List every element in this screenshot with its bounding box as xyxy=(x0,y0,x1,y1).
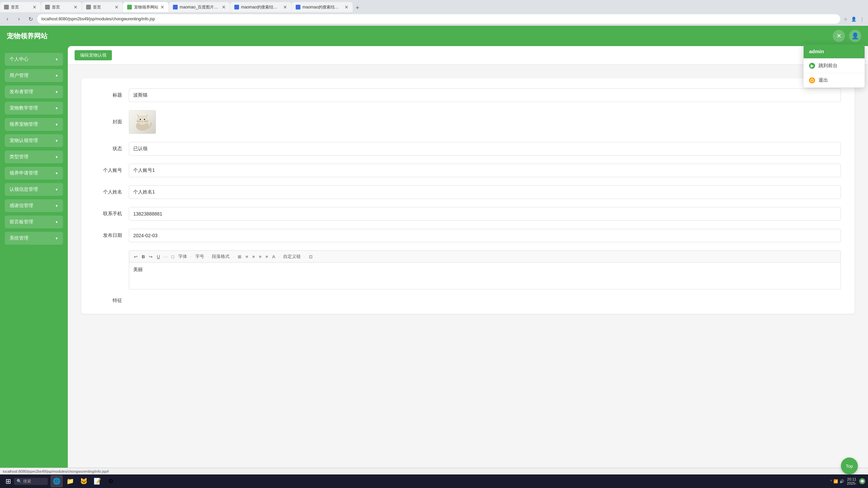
taskbar-file-icon[interactable]: 📁 xyxy=(64,475,76,487)
close-header-button[interactable]: ✕ xyxy=(833,30,845,42)
tab-close-icon[interactable]: ✕ xyxy=(33,4,37,10)
phone-input[interactable] xyxy=(129,207,841,221)
reload-button[interactable]: ↻ xyxy=(26,14,35,24)
profile-icon[interactable]: 👤 xyxy=(850,16,857,22)
tab-4-active[interactable]: 宠物领养网站 ✕ xyxy=(123,2,169,12)
top-button[interactable]: Top xyxy=(841,458,858,474)
tab-favicon xyxy=(127,5,132,9)
undo-button[interactable]: ↩ xyxy=(133,253,139,260)
system-tray: ^ 📶 🔊 xyxy=(830,479,844,484)
sidebar-item-claim-info[interactable]: 认领信息管理 ▼ xyxy=(5,183,63,196)
bold-button[interactable]: B xyxy=(140,253,146,260)
taskbar-app2-icon[interactable]: 📝 xyxy=(91,475,103,487)
taskbar-app1-icon[interactable]: 🐱 xyxy=(78,475,90,487)
date-input[interactable] xyxy=(129,229,841,242)
sidebar-label-adopt-pets: 领养宠物管理 xyxy=(9,121,38,127)
align-center-button[interactable]: ≡ xyxy=(251,253,256,260)
forward-button[interactable]: › xyxy=(14,14,24,24)
notification-button[interactable]: 💬 xyxy=(859,478,865,484)
chevron-down-icon: ▼ xyxy=(55,155,58,159)
page-wrapper: 宠物领养网站 ✕ 👤 admin ▶ 跳到前台 ⏻ 退出 个人中心 ▼ xyxy=(0,26,868,488)
custom-link-button[interactable]: 自定义链 xyxy=(282,253,302,260)
sidebar-item-thanks[interactable]: 感谢信管理 ▼ xyxy=(5,199,63,212)
logout-label: 退出 xyxy=(818,77,828,83)
title-label: 标题 xyxy=(95,92,122,98)
table2-button[interactable]: ⊞ xyxy=(236,253,243,260)
cat-image xyxy=(129,110,156,134)
bookmark-icon[interactable]: ☆ xyxy=(842,16,849,22)
tab-3[interactable]: 首页 ✕ xyxy=(82,2,123,12)
edit-pet-claim-button[interactable]: 编辑宠物认领 xyxy=(75,50,112,60)
tab-close-icon[interactable]: ✕ xyxy=(115,4,119,10)
align-left-button[interactable]: ≡ xyxy=(244,253,250,260)
clock-date: 2025- xyxy=(847,481,856,485)
taskbar: ⊞ 🔍 搜索 🌐 📁 🐱 📝 ⚙ ^ 📶 🔊 20:11 2025- � xyxy=(0,474,868,488)
chevron-down-icon: ▼ xyxy=(55,106,58,110)
back-button[interactable]: ‹ xyxy=(3,14,12,24)
form-row-title: 标题 xyxy=(95,88,841,102)
goto-frontend-item[interactable]: ▶ 跳到前台 xyxy=(804,58,865,73)
font-family-button[interactable]: 字体 xyxy=(177,253,189,260)
tab-close-icon[interactable]: ✕ xyxy=(344,4,349,10)
sidebar-item-pet-teaching[interactable]: 宠物教学管理 ▼ xyxy=(5,102,63,115)
align-right-button[interactable]: ≡ xyxy=(258,253,263,260)
fullscreen-button[interactable]: ⊡ xyxy=(308,253,314,260)
logout-item[interactable]: ⏻ 退出 xyxy=(804,73,865,87)
editor-body[interactable]: 美丽 xyxy=(129,262,841,289)
site-header: 宠物领养网站 ✕ 👤 admin ▶ 跳到前台 ⏻ 退出 xyxy=(0,26,868,46)
font-size-button[interactable]: 字号 xyxy=(194,253,205,260)
account-input[interactable] xyxy=(129,164,841,177)
address-box[interactable]: localhost:8080/jspm2bs49/jsp/modules/cho… xyxy=(37,14,840,24)
new-tab-button[interactable]: + xyxy=(353,3,362,12)
start-button[interactable]: ⊞ xyxy=(3,476,14,487)
sidebar-item-personal[interactable]: 个人中心 ▼ xyxy=(5,53,63,66)
taskbar-search[interactable]: 🔍 搜索 xyxy=(14,478,48,485)
tab-title: 首页 xyxy=(93,4,113,10)
redo-button[interactable]: ↪ xyxy=(147,253,154,260)
address-bar-row: ‹ › ↻ localhost:8080/jspm2bs49/jsp/modul… xyxy=(0,12,868,26)
tab-close-icon[interactable]: ✕ xyxy=(160,4,164,10)
tab-5[interactable]: maomao_百度图片搜索 ✕ xyxy=(169,2,230,12)
editor-wrapper: ↩ B ↪ U — □ 字体 · 字号 · 段落格式 xyxy=(129,250,841,289)
tab-1[interactable]: 首页 ✕ xyxy=(0,2,41,12)
sidebar-item-publishers[interactable]: 发布者管理 ▼ xyxy=(5,85,63,98)
cover-label: 封面 xyxy=(95,119,122,125)
sidebar-item-pet-claim[interactable]: 宠物认领管理 ▼ xyxy=(5,134,63,147)
admin-username: admin xyxy=(804,44,865,58)
sidebar-label-personal: 个人中心 xyxy=(9,56,28,62)
chevron-down-icon: ▼ xyxy=(55,188,58,191)
goto-frontend-label: 跳到前台 xyxy=(818,63,837,69)
editor-content: 美丽 xyxy=(133,267,143,272)
tabs-bar: 首页 ✕ 首页 ✕ 首页 ✕ 宠物领养网站 ✕ maomao_百度图片搜索 ✕ … xyxy=(0,0,868,12)
tab-6[interactable]: maomao的搜索结果_百度图... ✕ xyxy=(230,2,291,12)
settings-icon[interactable]: ⋮ xyxy=(859,16,865,22)
sidebar-item-types[interactable]: 类型管理 ▼ xyxy=(5,150,63,163)
tab-close-icon[interactable]: ✕ xyxy=(74,4,78,10)
sidebar-item-users[interactable]: 用户管理 ▼ xyxy=(5,69,63,82)
tab-favicon xyxy=(86,5,91,9)
title-input[interactable] xyxy=(129,88,841,102)
tab-2[interactable]: 首页 ✕ xyxy=(41,2,82,12)
font-color-button[interactable]: A xyxy=(271,253,277,260)
underline-button[interactable]: U xyxy=(155,253,161,260)
tab-7[interactable]: maomao的搜索结果_百度图... ✕ xyxy=(292,2,353,12)
tab-close-icon[interactable]: ✕ xyxy=(222,4,226,10)
sidebar-item-guestbook[interactable]: 留言板管理 ▼ xyxy=(5,216,63,228)
paragraph-format-button[interactable]: 段落格式 xyxy=(211,253,231,260)
sidebar-item-adopt-pets[interactable]: 领养宠物管理 ▼ xyxy=(5,118,63,131)
cover-image-box[interactable] xyxy=(129,110,156,134)
sidebar-item-adopt-apply[interactable]: 领养申请管理 ▼ xyxy=(5,167,63,180)
align-justify-button[interactable]: ≡ xyxy=(264,253,270,260)
sidebar-label-pet-claim: 宠物认领管理 xyxy=(9,138,38,144)
taskbar-icons: 🌐 📁 🐱 📝 ⚙ xyxy=(51,475,117,487)
content-area: 个人中心 ▼ 用户管理 ▼ 发布者管理 ▼ 宠物教学管理 ▼ 领养宠物管理 ▼ … xyxy=(0,46,868,488)
taskbar-browser-icon[interactable]: 🌐 xyxy=(51,475,63,487)
status-input[interactable] xyxy=(129,142,841,156)
table-button[interactable]: □ xyxy=(170,253,176,260)
header-right: ✕ 👤 xyxy=(833,30,861,42)
tab-close-icon[interactable]: ✕ xyxy=(283,4,287,10)
name-input[interactable] xyxy=(129,185,841,199)
taskbar-app3-icon[interactable]: ⚙ xyxy=(105,475,117,487)
user-header-button[interactable]: 👤 xyxy=(849,30,861,42)
sidebar-item-system[interactable]: 系统管理 ▼ xyxy=(5,232,63,245)
